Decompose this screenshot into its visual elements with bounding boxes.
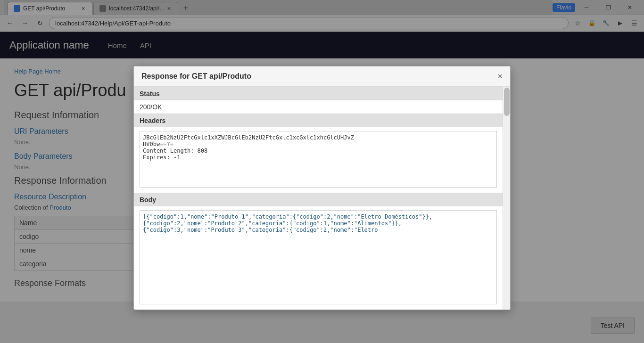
modal-dialog: Response for GET api/Produto × Status 20… bbox=[133, 66, 511, 302]
modal-scrollbar[interactable] bbox=[503, 87, 510, 302]
modal-overlay: Response for GET api/Produto × Status 20… bbox=[0, 0, 644, 302]
status-section-header: Status bbox=[134, 87, 503, 100]
body-textarea[interactable] bbox=[140, 210, 497, 302]
modal-title: Response for GET api/Produto bbox=[141, 72, 251, 81]
modal-body: Status 200/OK Headers Body bbox=[134, 87, 510, 302]
headers-section-header: Headers bbox=[134, 114, 503, 127]
modal-close-button[interactable]: × bbox=[497, 72, 503, 81]
modal-header: Response for GET api/Produto × bbox=[134, 66, 510, 87]
headers-textarea[interactable] bbox=[140, 131, 497, 188]
modal-content-area: Status 200/OK Headers Body bbox=[134, 87, 503, 302]
modal-scrollbar-thumb[interactable] bbox=[504, 88, 510, 116]
body-section-header: Body bbox=[134, 193, 503, 206]
status-value: 200/OK bbox=[134, 100, 503, 114]
